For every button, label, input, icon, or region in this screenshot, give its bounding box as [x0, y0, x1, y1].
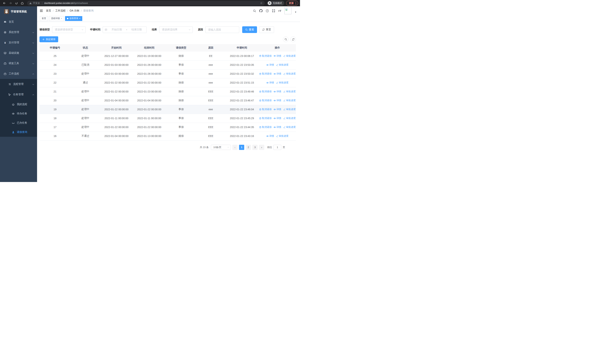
approval-progress-link[interactable]: 审批进度 — [276, 81, 289, 84]
app-logo-row[interactable]: 芋道管理系统 — [0, 6, 37, 17]
detail-link[interactable]: 详情 — [273, 117, 281, 120]
approval-progress-link[interactable]: 审批进度 — [283, 125, 296, 129]
page-size-select[interactable]: 10条/页 — [211, 145, 231, 150]
sidebar-collapse-icon[interactable] — [40, 9, 43, 12]
search-button[interactable]: 搜索 — [242, 26, 257, 33]
cancel-leave-link[interactable]: 取消请假 — [259, 125, 272, 129]
result-select[interactable]: 请选择流结果 — [159, 26, 193, 33]
detail-link[interactable]: 详情 — [273, 99, 281, 102]
toggle-search-button[interactable] — [283, 37, 289, 42]
browser-menu-icon[interactable] — [296, 2, 296, 4]
avatar-caret-icon[interactable]: ▼ — [295, 11, 297, 13]
sidebar-item-label: 首页 — [9, 20, 35, 24]
sidebar-item-process-management[interactable]: 流程管理 — [0, 79, 37, 89]
reset-button[interactable]: 重置 — [259, 26, 274, 33]
detail-link[interactable]: 详情 — [273, 54, 281, 58]
pagination: 共 23 条 10条/页 ‹ 1 2 3 › 前往 页 — [39, 145, 296, 150]
search-icon[interactable] — [253, 9, 256, 12]
tab-process-detail[interactable]: 流程详情 × — [49, 16, 64, 21]
avatar[interactable] — [284, 7, 291, 14]
close-icon[interactable]: × — [61, 17, 62, 20]
reason-label: 原因 — [198, 28, 203, 31]
browser-reload-button[interactable] — [14, 0, 19, 6]
sidebar-item-done-tasks[interactable]: 已办任务 — [0, 118, 37, 128]
sidebar-item-system[interactable]: 系统管理 — [0, 27, 37, 37]
cell-leave-type: 事假 — [166, 123, 197, 131]
detail-link[interactable]: 详情 — [273, 72, 281, 75]
sidebar-item-devtools[interactable]: 研发工具 — [0, 58, 37, 69]
url-text: dashboard.yudao.iocoder.cn/bpm/oa/leave — [44, 2, 88, 4]
browser-forward-button[interactable] — [8, 0, 13, 6]
help-icon[interactable] — [266, 9, 269, 12]
browser-update-button[interactable]: 更新 — [286, 1, 298, 6]
reason-input[interactable] — [208, 28, 236, 31]
address-bar[interactable]: 不安全 dashboard.yudao.iocoder.cn/bpm/oa/le… — [27, 1, 265, 6]
eye-closed-icon — [12, 121, 15, 124]
breadcrumb-item[interactable]: 首页 — [46, 9, 51, 12]
sidebar-item-infrastructure[interactable]: 基础设施 — [0, 48, 37, 58]
eye-icon — [273, 55, 276, 57]
row-actions: 详情 审批进度 — [259, 134, 296, 138]
cell-end-time: 2022-01-26 00:00:00 — [132, 69, 166, 78]
close-icon[interactable]: × — [79, 17, 80, 20]
bookmark-star-icon[interactable]: ☆ — [260, 1, 262, 5]
approval-progress-link[interactable]: 审批进度 — [283, 90, 296, 93]
tab-home[interactable]: 首页 — [40, 16, 48, 21]
browser-home-button[interactable] — [20, 0, 25, 6]
prev-page-button[interactable]: ‹ — [232, 145, 238, 150]
sidebar-item-task-management[interactable]: 任务管理 — [0, 89, 37, 100]
refresh-table-button[interactable] — [290, 37, 296, 42]
page-button-1[interactable]: 1 — [239, 145, 244, 150]
incognito-icon — [268, 1, 272, 5]
detail-link[interactable]: 详情 — [273, 125, 281, 129]
browser-back-button[interactable] — [2, 0, 7, 6]
detail-link[interactable]: 详情 — [266, 134, 274, 138]
apply-time-range-picker[interactable]: 开始日期 - 结束日期 — [103, 26, 147, 33]
cancel-leave-link[interactable]: 取消请假 — [259, 90, 272, 93]
approval-progress-link[interactable]: 审批进度 — [283, 54, 296, 58]
github-icon[interactable] — [259, 9, 262, 12]
chevron-down-icon — [32, 31, 35, 34]
leave-type-select[interactable]: 请选择请假类型 — [52, 26, 86, 33]
page-button-2[interactable]: 2 — [246, 145, 251, 150]
sidebar-item-leave-query[interactable]: 请假查询 — [0, 128, 37, 137]
sidebar-item-home[interactable]: 首页 — [0, 17, 37, 27]
approval-progress-link[interactable]: 审批进度 — [276, 134, 289, 138]
select-placeholder: 请选择流结果 — [162, 28, 178, 31]
cancel-leave-link[interactable]: 取消请假 — [259, 99, 272, 102]
leave-type-label: 请假类型 — [39, 28, 50, 31]
font-size-icon[interactable]: тT — [278, 9, 281, 12]
fullscreen-icon[interactable] — [272, 9, 275, 12]
cell-leave-type: 事假 — [166, 60, 197, 69]
page-header: 首页 / 工作流程 / OA 示例 / 请假查询 тT ▼ — [37, 6, 300, 15]
page-button-3[interactable]: 3 — [252, 145, 258, 150]
cell-applied-time: 2022-01-23 00:06:17 — [225, 52, 259, 60]
approval-progress-link[interactable]: 审批进度 — [283, 99, 296, 102]
detail-link[interactable]: 详情 — [273, 90, 281, 93]
next-page-button[interactable]: › — [259, 145, 264, 150]
sidebar-item-workflow[interactable]: 工作流程 — [0, 69, 37, 79]
cancel-leave-link[interactable]: 取消请假 — [259, 108, 272, 111]
sidebar-item-my-process[interactable]: 我的流程 — [0, 100, 37, 109]
goto-page-input[interactable] — [273, 145, 281, 150]
approval-progress-link[interactable]: 审批进度 — [276, 63, 289, 66]
chevron-up-icon — [32, 93, 35, 96]
approval-progress-link[interactable]: 审批进度 — [283, 108, 296, 111]
approval-progress-link[interactable]: 审批进度 — [283, 72, 296, 75]
create-leave-button[interactable]: 发起请假 — [39, 36, 58, 42]
detail-link[interactable]: 详情 — [266, 81, 274, 84]
detail-link[interactable]: 详情 — [266, 63, 274, 66]
breadcrumb-item[interactable]: 工作流程 — [55, 9, 66, 12]
sidebar-item-todo-tasks[interactable]: 待办任务 — [0, 109, 37, 118]
tab-leave-query[interactable]: 请假查询 × — [65, 16, 82, 21]
breadcrumb-item[interactable]: OA 示例 — [70, 9, 79, 12]
cell-status: 处理中 — [70, 96, 100, 105]
cell-reason: eee — [197, 78, 225, 87]
cancel-leave-link[interactable]: 取消请假 — [259, 117, 272, 120]
cancel-leave-link[interactable]: 取消请假 — [259, 54, 272, 58]
detail-link[interactable]: 详情 — [273, 108, 281, 111]
cancel-leave-link[interactable]: 取消请假 — [259, 72, 272, 75]
sidebar-item-payment[interactable]: ¥ 支付管理 — [0, 37, 37, 48]
approval-progress-link[interactable]: 审批进度 — [283, 117, 296, 120]
dashboard-icon — [4, 20, 7, 23]
